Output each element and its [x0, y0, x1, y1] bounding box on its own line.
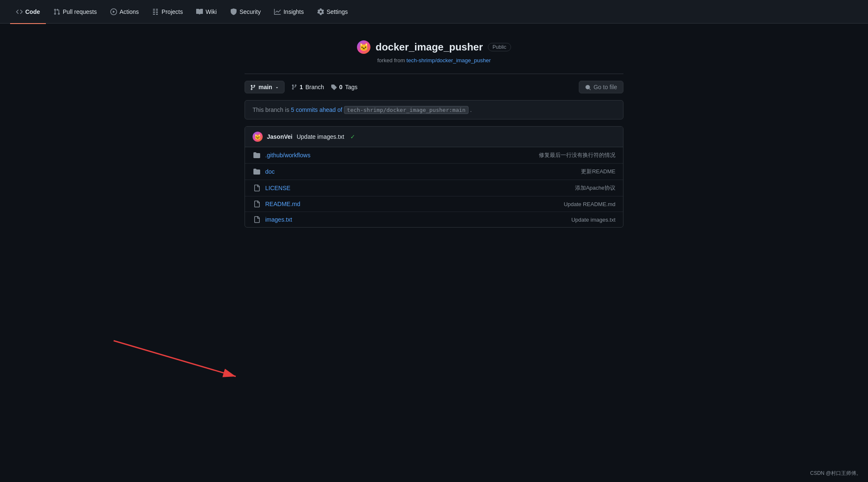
- file-name[interactable]: LICENSE: [265, 185, 575, 191]
- pull-request-icon: [53, 8, 60, 15]
- go-to-file-button[interactable]: Go to file: [579, 81, 623, 93]
- branch-count[interactable]: 1 Branch: [291, 84, 324, 90]
- nav-item-security[interactable]: Security: [224, 5, 267, 19]
- projects-icon: [152, 8, 159, 15]
- nav-insights-label: Insights: [283, 8, 304, 15]
- insights-icon: [274, 8, 281, 15]
- code-icon: [16, 8, 23, 15]
- fork-link[interactable]: tech-shrimp/docker_image_pusher: [407, 57, 491, 64]
- nav-item-pull-requests[interactable]: Pull requests: [48, 5, 103, 19]
- nav-item-insights[interactable]: Insights: [268, 5, 309, 19]
- file-name[interactable]: images.txt: [265, 216, 571, 223]
- nav-item-wiki[interactable]: Wiki: [190, 5, 222, 19]
- actions-icon: [110, 8, 117, 15]
- branch-left: main 1 Branch: [245, 81, 357, 93]
- visibility-badge: Public: [488, 43, 511, 51]
- nav-security-label: Security: [240, 8, 261, 15]
- nav-settings-label: Settings: [327, 8, 348, 15]
- nav-item-settings[interactable]: Settings: [312, 5, 354, 19]
- go-to-file-label: Go to file: [594, 84, 617, 90]
- nav-pr-label: Pull requests: [63, 8, 97, 15]
- banner-suffix: .: [470, 106, 472, 113]
- file-name[interactable]: .github/workflows: [265, 152, 539, 159]
- file-commit-message: Update images.txt: [571, 217, 615, 223]
- top-nav: Code Pull requests Actions Projects: [0, 0, 868, 24]
- table-row[interactable]: LICENSE 添加Apache协议: [245, 180, 623, 196]
- branch-icon: [250, 84, 256, 90]
- settings-icon: [317, 8, 324, 15]
- tag-number: 0: [339, 84, 343, 90]
- banner-badge: tech-shrimp/docker_image_pusher:main: [344, 106, 469, 114]
- fork-info: forked from tech-shrimp/docker_image_pus…: [377, 57, 491, 64]
- commit-message: Update images.txt: [297, 133, 344, 140]
- table-row[interactable]: doc 更新README: [245, 164, 623, 180]
- current-branch-name: main: [258, 84, 272, 90]
- table-row[interactable]: README.md Update README.md: [245, 196, 623, 212]
- file-commit-message: Update README.md: [564, 201, 615, 207]
- repo-title-row: 🐱 docker_image_pusher Public: [357, 40, 511, 54]
- file-name[interactable]: README.md: [265, 201, 564, 207]
- folder-icon: [253, 152, 261, 159]
- security-icon: [230, 8, 237, 15]
- wiki-icon: [196, 8, 203, 15]
- folder-icon: [253, 168, 261, 175]
- repo-container: 🐱 docker_image_pusher Public forked from…: [245, 40, 623, 228]
- fork-text: forked from: [377, 57, 405, 64]
- file-icon: [253, 201, 261, 207]
- nav-item-actions[interactable]: Actions: [104, 5, 145, 19]
- repo-header: 🐱 docker_image_pusher Public forked from…: [245, 40, 623, 64]
- repo-avatar: 🐱: [357, 40, 370, 54]
- commit-check-icon: ✓: [350, 133, 355, 140]
- nav-wiki-label: Wiki: [205, 8, 216, 15]
- svg-line-1: [114, 341, 236, 376]
- nav-code-label: Code: [25, 8, 40, 15]
- file-icon: [253, 216, 261, 223]
- main-content: 🐱 docker_image_pusher Public forked from…: [0, 24, 868, 244]
- file-icon: [253, 185, 261, 191]
- banner-prefix: This branch is: [253, 106, 289, 113]
- repo-name: docker_image_pusher: [375, 41, 483, 53]
- table-row[interactable]: images.txt Update images.txt: [245, 212, 623, 227]
- chevron-down-icon: [275, 84, 279, 90]
- branch-number: 1: [300, 84, 303, 90]
- tag-label: Tags: [345, 84, 358, 90]
- nav-projects-label: Projects: [162, 8, 183, 15]
- commits-ahead-link[interactable]: 5 commits ahead of: [291, 106, 342, 113]
- table-row[interactable]: .github/workflows 修复最后一行没有换行符的情况: [245, 147, 623, 164]
- commit-author[interactable]: JasonVei: [267, 133, 293, 140]
- file-commit-message: 添加Apache协议: [575, 184, 615, 192]
- file-rows: .github/workflows 修复最后一行没有换行符的情况 doc 更新R…: [245, 147, 623, 227]
- file-commit-message: 更新README: [581, 168, 615, 175]
- branch-selector[interactable]: main: [245, 81, 285, 93]
- file-name[interactable]: doc: [265, 168, 581, 175]
- nav-item-code[interactable]: Code: [10, 5, 46, 19]
- nav-actions-label: Actions: [120, 8, 139, 15]
- branch-bar: main 1 Branch: [245, 81, 623, 93]
- file-commit-message: 修复最后一行没有换行符的情况: [539, 151, 615, 159]
- commit-ahead-banner: This branch is 5 commits ahead of tech-s…: [245, 100, 623, 119]
- tag-count[interactable]: 0 Tags: [331, 84, 357, 90]
- branch-label: Branch: [305, 84, 324, 90]
- watermark: CSDN @村口王师傅。: [810, 470, 861, 477]
- commit-header: 🐱 JasonVei Update images.txt ✓: [245, 127, 623, 147]
- commit-avatar: 🐱: [253, 132, 263, 142]
- file-table: 🐱 JasonVei Update images.txt ✓ .github/w…: [245, 126, 623, 228]
- nav-item-projects[interactable]: Projects: [146, 5, 189, 19]
- search-icon: [585, 84, 591, 90]
- divider: [245, 74, 623, 74]
